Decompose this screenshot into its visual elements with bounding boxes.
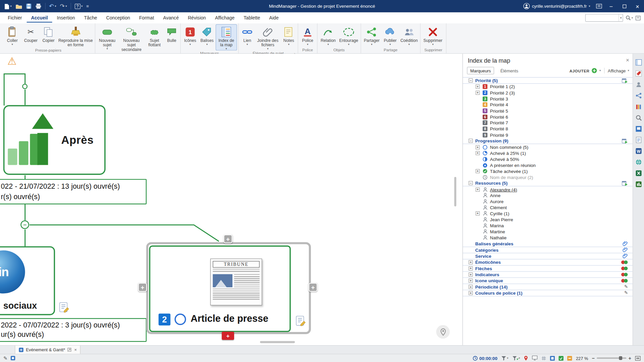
vertical-scrollbar[interactable] <box>454 177 456 206</box>
word-panel-icon[interactable]: W <box>635 147 642 155</box>
coedition-button[interactable]: Coédition▾ <box>399 24 419 47</box>
plus-expander-icon[interactable]: + <box>469 291 473 295</box>
tree-section-icone-unique[interactable]: +Icone unique <box>463 278 633 284</box>
ribbon-search[interactable]: ▾ <box>585 14 623 22</box>
edit-mode-icon[interactable]: ✎ <box>3 355 7 361</box>
stamps-icon[interactable] <box>621 278 632 283</box>
advanced-filter-icon[interactable]: ▾ <box>512 356 520 361</box>
tab-insertion[interactable]: Insertion <box>52 13 79 22</box>
tree-item-priorite-4[interactable]: 4Priorité 4 <box>463 102 633 108</box>
collapse-branch-button[interactable]: − <box>20 221 29 229</box>
icones-button[interactable]: 1Icônes▾ <box>182 24 198 51</box>
tab-popout-icon[interactable] <box>67 348 71 352</box>
plus-expander-icon[interactable]: + <box>476 151 480 155</box>
minus-expander-icon[interactable]: − <box>469 139 473 143</box>
tree-item-priorite-8[interactable]: 8Priorité 8 <box>463 126 633 132</box>
entourage-button[interactable]: Entourage▾ <box>338 24 360 47</box>
tab-affichage[interactable]: Affichage <box>210 13 239 22</box>
pencil-icon[interactable]: ✎ <box>624 291 633 295</box>
tree-item-acheve-a-50[interactable]: Achevé à 50% <box>463 156 633 162</box>
tree-section-categories[interactable]: Catégories <box>463 247 633 253</box>
new-document-button[interactable]: ▾ <box>2 1 13 11</box>
add-subtopic-button[interactable]: + <box>222 331 234 340</box>
filter-icon[interactable]: ▾ <box>501 356 508 361</box>
save-button[interactable] <box>24 1 33 11</box>
tab-marqueurs[interactable]: Marqueurs <box>467 67 494 74</box>
balises-button[interactable]: Balises▾ <box>199 24 215 51</box>
topic-apres[interactable]: Après <box>3 105 106 175</box>
tree-item-priorite-7[interactable]: 7Priorité 7 <box>463 120 633 126</box>
zoom-in-button[interactable]: + <box>628 356 631 360</box>
zoom-slider[interactable] <box>597 358 626 359</box>
tree-item-anne[interactable]: Anne <box>463 192 633 198</box>
tree-item-priorite-2-3[interactable]: +2Priorité 2 (3) <box>463 90 633 96</box>
index-de-la-map-button[interactable]: Index de la map▾ <box>216 24 237 51</box>
tab-avance[interactable]: Avancé <box>159 13 183 22</box>
tree-item-priorite-6[interactable]: 6Priorité 6 <box>463 114 633 120</box>
minimize-ribbon-button[interactable] <box>635 15 641 20</box>
document-tab[interactable]: Evénement & Gantt* × <box>15 346 80 354</box>
minus-expander-icon[interactable]: − <box>469 78 473 82</box>
map-canvas[interactable]: ⚠ Après 022 - 21/07/2022 : 13 jour(s) ou… <box>0 54 463 345</box>
print-button[interactable] <box>34 1 43 11</box>
plus-expander-icon[interactable]: + <box>469 272 473 276</box>
pencil-icon[interactable]: ✎ <box>624 285 633 289</box>
chevron-down-icon[interactable]: ▾ <box>599 69 601 72</box>
stamps-icon[interactable] <box>621 272 632 277</box>
tab-elements[interactable]: Éléments <box>497 67 521 74</box>
add-plus-icon[interactable] <box>592 68 597 73</box>
excel-panel-icon[interactable] <box>635 170 642 177</box>
sujet-flottant-button[interactable]: Sujet flottant <box>145 24 164 52</box>
zoom-slider-thumb[interactable] <box>619 356 622 360</box>
plus-expander-icon[interactable]: + <box>469 279 473 283</box>
help-button[interactable]: ? ▾ <box>73 1 84 11</box>
plus-expander-icon[interactable]: + <box>476 145 480 149</box>
tree-item-marina[interactable]: Marina <box>463 223 633 229</box>
tree-section-periodicite-14[interactable]: +Périodicité (14)✎ <box>463 284 633 290</box>
view-options-button[interactable]: Affichage <box>608 68 626 73</box>
tree-item-nom-de-marqueur-2[interactable]: Nom de marqueur (2) <box>463 174 633 180</box>
tree-section-progression-9[interactable]: −Progression (9) <box>463 138 633 144</box>
tree-section-fleches[interactable]: +Flèches <box>463 265 633 272</box>
tree-item-jean-pierre[interactable]: Jean Pierre <box>463 217 633 223</box>
tree-item-alexandre-4[interactable]: +Alexandre (4) <box>463 186 633 192</box>
tree-section-ressources-5[interactable]: −Ressources (5) <box>463 180 633 186</box>
index-panel-icon[interactable] <box>635 59 642 66</box>
tag-icon[interactable] <box>623 253 632 259</box>
tree-item-priorite-5[interactable]: 5Priorité 5 <box>463 108 633 114</box>
maximize-button[interactable] <box>618 0 631 12</box>
minus-expander-icon[interactable]: − <box>469 181 473 185</box>
tree-section-priorite-5[interactable]: −Priorité (5) <box>463 77 633 83</box>
tree-item-priorite-1-2[interactable]: +1Priorité 1 (2) <box>463 84 633 90</box>
plus-expander-icon[interactable]: + <box>476 91 480 95</box>
add-topic-left-button[interactable]: + <box>138 283 147 292</box>
tree-section-indicateurs[interactable]: +Indicateurs <box>463 272 633 278</box>
tree-item-acheve-a-25-1[interactable]: +Achevé à 25% (1) <box>463 150 633 156</box>
panel-orange-icon[interactable] <box>567 356 572 361</box>
publier-button[interactable]: Publier▾ <box>382 24 399 47</box>
close-button[interactable]: × <box>631 0 644 12</box>
calendar-icon[interactable] <box>622 78 633 83</box>
joindre-des-fichiers-button[interactable]: Joindre des fichiers▾ <box>255 24 280 51</box>
select-mode-icon[interactable] <box>10 355 16 361</box>
tree-section-couleurs-de-police-1[interactable]: +Couleurs de police (1)✎ <box>463 290 633 296</box>
tree-item-martine[interactable]: Martine <box>463 229 633 235</box>
tab-accueil[interactable]: Accueil <box>26 13 52 22</box>
coller-button[interactable]: Coller▾ <box>3 24 22 48</box>
library-panel-icon[interactable] <box>635 103 642 110</box>
grid-icon[interactable] <box>541 356 546 361</box>
notes-button[interactable]: Notes▾ <box>281 24 297 51</box>
progress-marker[interactable] <box>174 314 186 325</box>
presentation-icon[interactable] <box>532 355 538 361</box>
map-marker-icon[interactable] <box>524 355 528 361</box>
open-button[interactable] <box>14 1 23 11</box>
plus-expander-icon[interactable]: + <box>476 187 480 191</box>
close-panel-button[interactable]: × <box>626 57 629 63</box>
tab-aide[interactable]: Aide <box>265 13 283 22</box>
search-input[interactable] <box>586 16 619 20</box>
minimize-button[interactable]: – <box>604 0 618 12</box>
copier-button[interactable]: Copier <box>40 24 57 48</box>
tree-section-service[interactable]: Service <box>463 253 633 259</box>
search-panel-icon[interactable] <box>635 114 642 121</box>
supprimer-button[interactable]: Supprimer▾ <box>422 24 444 47</box>
